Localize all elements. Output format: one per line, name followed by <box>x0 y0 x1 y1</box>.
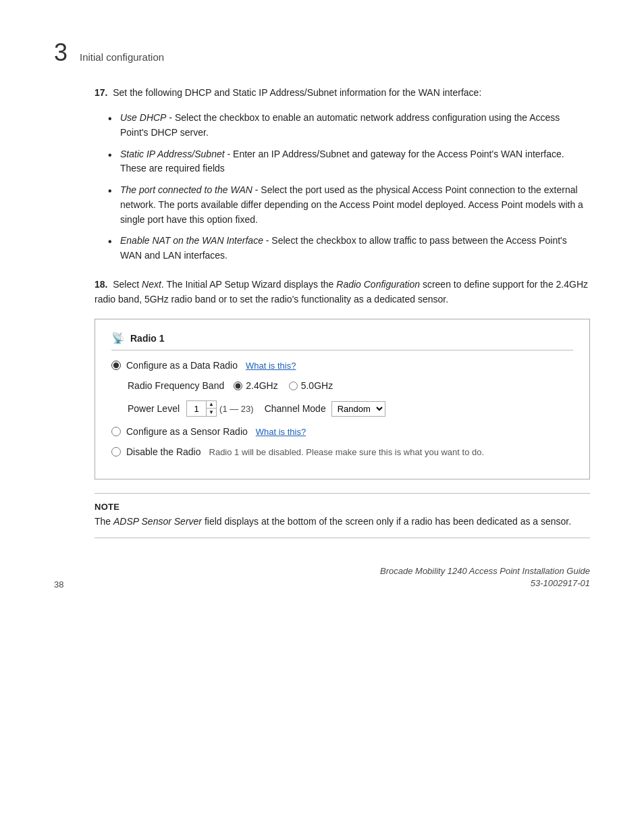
main-content: 17. Set the following DHCP and Static IP… <box>95 85 590 538</box>
chapter-title: Initial configuration <box>80 51 164 63</box>
channel-mode-select[interactable]: Random Manual <box>331 401 385 417</box>
chapter-header: 3 Initial configuration <box>54 41 590 65</box>
sensor-radio-what-is-this-link[interactable]: What is this? <box>256 427 306 437</box>
disable-radio-note: Radio 1 will be disabled. Please make su… <box>209 447 485 457</box>
step-17: 17. Set the following DHCP and Static IP… <box>95 85 590 263</box>
note-label: NOTE <box>95 502 590 512</box>
frequency-band-row: Radio Frequency Band 2.4GHz 5.0GHz <box>128 380 573 391</box>
antenna-icon: 📡 <box>111 332 125 344</box>
step-17-bullets: Use DHCP - Select the checkbox to enable… <box>108 111 590 263</box>
chapter-number: 3 <box>54 41 68 65</box>
freq-5ghz-option: 5.0GHz <box>289 380 333 391</box>
note-italic: ADSP Sensor Server <box>113 516 202 527</box>
page-number: 38 <box>54 579 63 590</box>
power-level-input-wrap: ▲ ▼ <box>186 400 217 417</box>
configure-data-radio-row: Configure as a Data Radio What is this? <box>111 360 573 371</box>
page-footer: 38 Brocade Mobility 1240 Access Point In… <box>54 565 590 590</box>
footer-doc-title-text: Brocade Mobility 1240 Access Point Insta… <box>380 566 590 576</box>
power-level-field[interactable] <box>187 401 206 416</box>
data-radio-what-is-this-link[interactable]: What is this? <box>246 361 296 371</box>
radio-box-title: Radio 1 <box>130 333 165 344</box>
configure-sensor-radio-label[interactable]: Configure as a Sensor Radio <box>126 426 248 437</box>
configure-sensor-radio-row: Configure as a Sensor Radio What is this… <box>111 426 573 437</box>
freq-5ghz-input[interactable] <box>289 382 298 390</box>
disable-radio-label[interactable]: Disable the Radio <box>126 446 201 457</box>
disable-radio-input[interactable] <box>111 447 121 457</box>
freq-band-label: Radio Frequency Band <box>128 380 224 391</box>
step-17-label: 17. <box>95 87 107 98</box>
configure-data-radio-input[interactable] <box>111 361 121 370</box>
freq-2-4ghz-option: 2.4GHz <box>234 380 277 391</box>
bullet-static-ip: Static IP Address/Subnet - Enter an IP A… <box>108 147 590 176</box>
bullet-wan-port: The port connected to the WAN - Select t… <box>108 183 590 227</box>
bullet-dhcp: Use DHCP - Select the checkbox to enable… <box>108 111 590 140</box>
note-text: The ADSP Sensor Server field displays at… <box>95 515 590 529</box>
step-17-text: 17. Set the following DHCP and Static IP… <box>95 85 590 100</box>
freq-2-4ghz-label[interactable]: 2.4GHz <box>246 380 277 391</box>
footer-doc-title: Brocade Mobility 1240 Access Point Insta… <box>380 565 590 590</box>
configure-sensor-radio-input[interactable] <box>111 427 121 436</box>
bullet-nat: Enable NAT on the WAN Interface - Select… <box>108 234 590 263</box>
freq-5ghz-label[interactable]: 5.0GHz <box>301 380 333 391</box>
power-level-spinner: ▲ ▼ <box>206 400 216 417</box>
power-level-up-button[interactable]: ▲ <box>207 400 216 409</box>
channel-mode-label: Channel Mode <box>265 403 326 414</box>
power-level-label: Power Level <box>128 403 180 414</box>
radio-config-box: 📡 Radio 1 Configure as a Data Radio What… <box>95 319 590 479</box>
step-18: 18. Select Next. The Initial AP Setup Wi… <box>95 277 590 480</box>
power-level-down-button[interactable]: ▼ <box>207 409 216 417</box>
disable-radio-row: Disable the Radio Radio 1 will be disabl… <box>111 446 573 457</box>
footer-doc-number: 53-1002917-01 <box>531 578 590 588</box>
power-level-row: Power Level ▲ ▼ (1 — 23) Channel Mode Ra… <box>128 400 573 417</box>
power-range-label: (1 — 23) <box>219 404 254 414</box>
step-18-label: 18. <box>95 279 107 290</box>
radio-box-header: 📡 Radio 1 <box>111 332 573 350</box>
note-box: NOTE The ADSP Sensor Server field displa… <box>95 493 590 538</box>
configure-data-radio-label[interactable]: Configure as a Data Radio <box>126 360 238 371</box>
step-18-text: 18. Select Next. The Initial AP Setup Wi… <box>95 277 590 307</box>
freq-2-4ghz-input[interactable] <box>234 382 242 390</box>
